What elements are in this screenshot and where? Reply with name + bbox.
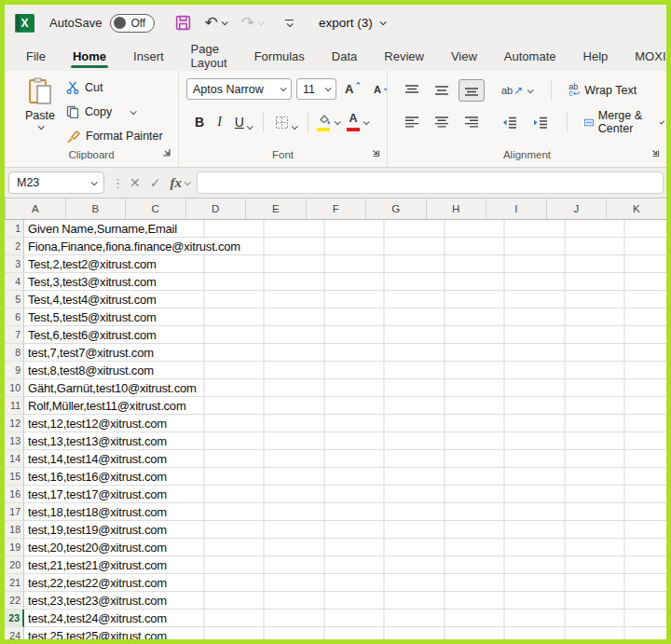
grid-row-cells[interactable]: test,14,test14@xitrust.com [24, 450, 666, 468]
row-header[interactable]: 14 [5, 450, 24, 468]
column-header[interactable]: I [486, 199, 547, 219]
row-header[interactable]: 20 [5, 556, 24, 574]
row-header[interactable]: 2 [5, 238, 24, 255]
row-header[interactable]: 18 [5, 521, 24, 539]
column-header[interactable]: D [186, 199, 247, 219]
ribbon-tab-page-layout[interactable]: Page Layout [190, 36, 228, 75]
font-name-select[interactable]: Aptos Narrow [186, 78, 292, 100]
row-header[interactable]: 17 [5, 503, 24, 521]
ribbon-tab-data[interactable]: Data [331, 44, 358, 69]
alignment-dialog-launcher-icon[interactable] [650, 147, 661, 158]
row-header[interactable]: 9 [5, 362, 24, 379]
ribbon-tab-automate[interactable]: Automate [503, 44, 557, 69]
row-header[interactable]: 10 [5, 379, 24, 397]
select-all-button[interactable] [5, 199, 6, 219]
undo-button[interactable]: ↶ [204, 15, 226, 31]
row-header[interactable]: 4 [5, 273, 24, 291]
wrap-text-button[interactable]: abc↩ Wrap Text [565, 84, 640, 97]
row-header[interactable]: 23 [5, 610, 24, 627]
font-color-dropdown-icon[interactable] [363, 118, 370, 125]
row-header[interactable]: 19 [5, 539, 24, 556]
name-box-dropdown-icon[interactable] [91, 179, 98, 185]
grid-row-cells[interactable]: test,13,test13@xitrust.com [24, 432, 666, 450]
format-painter-button[interactable]: Format Painter [66, 126, 163, 146]
font-dialog-launcher-icon[interactable] [370, 147, 381, 158]
cut-button[interactable]: Cut [66, 77, 163, 98]
merge-center-dropdown-icon[interactable] [659, 118, 664, 124]
column-header[interactable]: F [307, 199, 367, 219]
column-header[interactable]: B [66, 199, 127, 219]
column-header[interactable]: E [246, 199, 307, 219]
row-header[interactable]: 3 [5, 255, 24, 273]
grid-row-cells[interactable]: Rolf,Müller,test11@xitrust.com [24, 397, 666, 415]
row-header[interactable]: 15 [5, 468, 24, 486]
top-align-button[interactable] [399, 79, 425, 102]
merge-center-button[interactable]: Merge & Center [581, 109, 666, 135]
ribbon-tab-home[interactable]: Home [72, 44, 107, 69]
align-left-button[interactable] [399, 111, 425, 133]
save-button[interactable] [175, 15, 191, 31]
grid-row-cells[interactable]: test,19,test19@xitrust.com [24, 521, 666, 539]
insert-function-button[interactable]: fx [170, 175, 189, 191]
ribbon-tab-moxis[interactable]: MOXIS [634, 44, 666, 69]
copy-button[interactable]: Copy [66, 102, 163, 122]
align-right-button[interactable] [459, 111, 485, 133]
column-header[interactable]: J [547, 199, 608, 219]
column-header[interactable]: H [427, 199, 487, 219]
row-header[interactable]: 11 [5, 397, 24, 415]
grid-row-cells[interactable]: test,21,test21@xitrust.com [24, 556, 666, 574]
copy-dropdown-icon[interactable] [130, 108, 137, 115]
orientation-button[interactable]: ab ↗ [496, 79, 538, 102]
row-header[interactable]: 8 [5, 344, 24, 362]
grid-row-cells[interactable]: Given Name,Surname,Email [24, 220, 666, 238]
grid-row-cells[interactable]: test,17,test17@xitrust.com [24, 486, 666, 503]
grid-row-cells[interactable]: Test,4,test4@xitrust.com [24, 291, 666, 308]
paste-button[interactable]: Paste [20, 77, 61, 130]
clipboard-dialog-launcher-icon[interactable] [161, 147, 172, 158]
row-header[interactable]: 22 [5, 592, 24, 610]
grid-row-cells[interactable]: Test,2,test2@xitrust.com [24, 255, 666, 273]
decrease-indent-button[interactable] [496, 112, 523, 133]
fill-color-dropdown-icon[interactable] [335, 118, 341, 125]
workbook-title[interactable]: export (3) [319, 16, 385, 30]
grid-row-cells[interactable]: Gäht,Garnüt,test10@xitrust.com [24, 379, 666, 397]
name-box[interactable]: M23 [8, 171, 104, 194]
row-header[interactable]: 5 [5, 291, 24, 308]
grid-row-cells[interactable]: test,12,test12@xitrust.com [24, 415, 666, 432]
grid-row-cells[interactable]: Test,6,test6@xitrust.com [24, 326, 666, 344]
column-header[interactable]: C [126, 199, 186, 219]
underline-dropdown-icon[interactable] [247, 123, 253, 130]
row-header[interactable]: 21 [5, 574, 24, 592]
grid-row-cells[interactable]: test,8,test8@xitrust.com [24, 362, 666, 379]
grid-row-cells[interactable]: test,7,test7@xitrust.com [24, 344, 666, 362]
cancel-button[interactable]: ✕ [130, 175, 141, 190]
grid-row-cells[interactable]: test,16,test16@xitrust.com [24, 468, 666, 486]
bottom-align-button[interactable] [459, 79, 485, 102]
row-header[interactable]: 1 [5, 220, 24, 238]
ribbon-tab-view[interactable]: View [450, 44, 478, 69]
fx-dropdown-icon[interactable] [185, 179, 191, 185]
row-header[interactable]: 13 [5, 432, 24, 450]
font-size-select[interactable]: 11 [296, 78, 336, 100]
orientation-dropdown-icon[interactable] [527, 87, 534, 93]
align-center-button[interactable] [429, 111, 455, 133]
ribbon-tab-file[interactable]: File [25, 44, 47, 69]
enter-button[interactable]: ✓ [150, 175, 161, 190]
row-header[interactable]: 16 [5, 486, 24, 503]
grid-row-cells[interactable]: test,18,test18@xitrust.com [24, 503, 666, 521]
borders-dropdown-icon[interactable] [292, 123, 298, 130]
ribbon-tab-review[interactable]: Review [383, 44, 425, 69]
increase-indent-button[interactable] [527, 112, 554, 133]
italic-button[interactable]: I [211, 113, 228, 131]
grid-row-cells[interactable]: Fiona,Finance,fiona.finance@xitrust.com [24, 238, 666, 255]
middle-align-button[interactable] [429, 79, 455, 102]
grid-row-cells[interactable]: Test,5,test5@xitrust.com [24, 308, 666, 326]
ribbon-tab-help[interactable]: Help [582, 44, 609, 69]
column-header[interactable]: G [366, 199, 427, 219]
increase-font-size-button[interactable]: A⌃ [341, 80, 365, 98]
grid-row-cells[interactable]: test,23,test23@xitrust.com [24, 592, 666, 610]
column-header[interactable]: K [607, 199, 666, 219]
customize-quick-access-button[interactable] [285, 20, 294, 27]
font-color-button[interactable]: A [343, 112, 363, 132]
paste-dropdown-icon[interactable] [37, 123, 44, 130]
